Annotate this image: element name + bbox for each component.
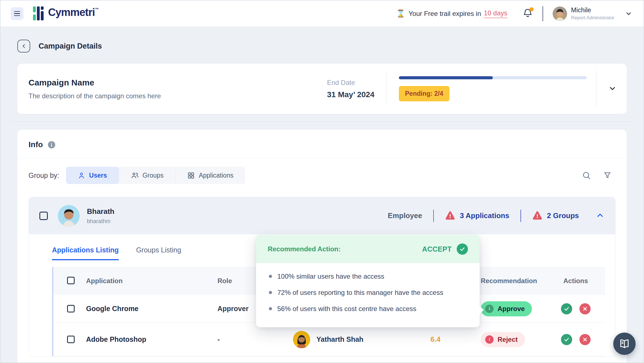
divider <box>17 158 627 158</box>
group-by-row: Group by: Users Groups <box>29 167 615 184</box>
tab-applications[interactable]: Applications <box>176 167 245 184</box>
notification-badge <box>529 7 534 11</box>
info-icon <box>485 305 494 313</box>
row-checkbox[interactable] <box>67 305 75 312</box>
filter-button[interactable] <box>603 171 612 180</box>
brand-logo: Cymmetri ™ <box>33 6 99 21</box>
x-icon <box>582 337 588 342</box>
user-icon <box>78 172 85 179</box>
back-button[interactable] <box>17 40 30 52</box>
user-username: bharathm <box>87 218 114 225</box>
info-title: Info <box>29 140 43 149</box>
tab-users-label: Users <box>89 172 107 179</box>
campaign-expand-button[interactable] <box>608 84 617 94</box>
user-menu[interactable]: Michile Report Administrator <box>553 6 632 21</box>
warning-icon <box>532 211 543 221</box>
tab-groups-listing[interactable]: Groups Listing <box>136 246 181 260</box>
user-avatar-image <box>553 6 567 21</box>
chevron-left-icon <box>21 43 27 49</box>
reject-button[interactable] <box>579 303 591 314</box>
campaign-description: The description of the campaign comes he… <box>29 92 327 100</box>
popover-reasons: 100% similar users have the access 72% o… <box>256 263 480 313</box>
brand-name: Cymmetri <box>48 6 95 18</box>
reviewer-name: Yatharth Shah <box>316 335 363 343</box>
chevron-down-icon <box>608 84 617 93</box>
reason-item: 56% of users with this cost centre have … <box>268 305 468 313</box>
avatar <box>293 331 310 348</box>
campaign-summary-card: Campaign Name The description of the cam… <box>17 64 627 114</box>
campaign-progress-fill <box>399 76 493 79</box>
select-all-checkbox[interactable] <box>67 277 75 284</box>
grid-icon <box>187 172 195 179</box>
search-button[interactable] <box>582 171 591 180</box>
filter-icon <box>603 171 612 180</box>
recommendation-badge-reject[interactable]: Reject <box>481 332 525 347</box>
divider <box>433 210 434 222</box>
x-icon <box>582 306 588 312</box>
campaign-details-page: { "topbar": { "brand": "Cymmetri", "tm":… <box>0 0 644 363</box>
reason-item: 72% of users reporting to this manager h… <box>268 289 468 297</box>
breadcrumb: Campaign Details <box>17 40 627 52</box>
trial-expiry-text: Your Free trail expires in <box>409 10 481 18</box>
menu-button[interactable] <box>11 7 23 20</box>
campaign-progress-bar <box>399 76 587 79</box>
trial-days-link[interactable]: 10 days <box>484 9 507 18</box>
recommendation-badge-approve[interactable]: Approve <box>481 301 532 316</box>
page-title: Campaign Details <box>39 42 102 51</box>
avatar <box>58 205 80 227</box>
hourglass-icon: ⌛ <box>396 9 405 18</box>
recommendation-label: Approve <box>498 305 525 313</box>
info-icon[interactable] <box>48 141 55 149</box>
approve-button[interactable] <box>561 334 572 345</box>
tab-applications-label: Applications <box>199 172 233 179</box>
popover-title: Recommended Action: <box>268 245 340 253</box>
collapse-user-button[interactable] <box>596 211 605 221</box>
brand-logo-icon <box>33 6 46 21</box>
row-checkbox[interactable] <box>67 336 75 343</box>
application-name: Adobe Photoshop <box>86 335 217 343</box>
divider <box>520 210 521 222</box>
info-card: Info Group by: Users <box>17 130 627 363</box>
chevron-up-icon <box>596 211 605 220</box>
recommendation-popover: Recommended Action: ACCEPT 100% similar … <box>256 235 480 327</box>
risk-score: 6.4 <box>410 335 461 344</box>
groups-count[interactable]: 2 Groups <box>547 211 579 220</box>
employment-type: Employee <box>388 211 422 220</box>
recommended-action-value: ACCEPT <box>422 245 452 253</box>
topbar-divider <box>543 6 543 21</box>
user-group-header[interactable]: Bharath bharathm Employee 3 Applications <box>29 197 615 234</box>
col-actions: Actions <box>547 277 604 285</box>
pending-status-badge: Pending: 2/4 <box>399 86 449 101</box>
campaign-name: Campaign Name <box>29 78 327 87</box>
avatar <box>553 6 567 21</box>
user-group-bharath: Bharath bharathm Employee 3 Applications <box>29 197 615 357</box>
bharath-avatar-image <box>58 205 80 227</box>
reviewer-avatar-image <box>293 331 310 348</box>
table-row: Adobe Photoshop - Yatharth <box>53 323 605 356</box>
trademark: ™ <box>95 7 99 11</box>
tab-applications-listing[interactable]: Applications Listing <box>52 246 119 260</box>
application-name: Google Chrome <box>86 305 217 313</box>
user-role: Report Administrator <box>571 15 614 21</box>
user-checkbox[interactable] <box>39 212 48 220</box>
group-by-tabs: Users Groups Applications <box>66 167 245 184</box>
application-role: - <box>217 335 293 343</box>
documentation-fab[interactable] <box>613 333 636 355</box>
approve-button[interactable] <box>561 303 572 314</box>
warning-icon <box>445 211 455 221</box>
open-book-icon <box>619 338 630 349</box>
topbar: Cymmetri ™ ⌛ Your Free trail expires in … <box>1 1 643 27</box>
notifications-button[interactable] <box>522 8 533 19</box>
search-icon <box>582 171 591 180</box>
user-name: Michile <box>571 6 614 14</box>
tab-users[interactable]: Users <box>66 167 119 184</box>
check-circle-icon <box>457 243 468 255</box>
divider <box>596 70 596 107</box>
col-application: Application <box>86 277 217 285</box>
info-icon <box>485 335 494 344</box>
reject-button[interactable] <box>579 334 591 345</box>
tab-groups[interactable]: Groups <box>119 167 175 184</box>
recommendation-label: Reject <box>498 336 518 343</box>
tab-groups-label: Groups <box>143 172 164 179</box>
applications-count[interactable]: 3 Applications <box>460 211 509 220</box>
